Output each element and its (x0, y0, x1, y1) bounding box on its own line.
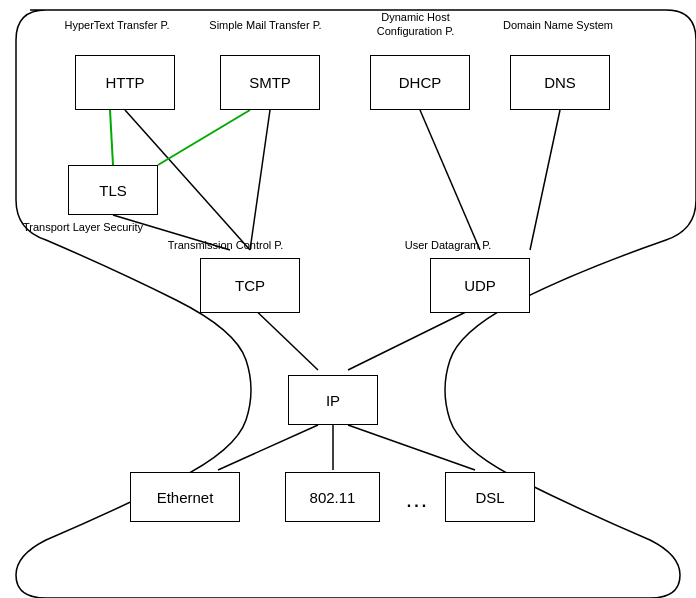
tls-label: TLS (99, 182, 127, 199)
dsl-box: DSL (445, 472, 535, 522)
svg-line-1 (110, 110, 113, 165)
dsl-label: DSL (475, 489, 504, 506)
dots-label: ... (398, 492, 438, 513)
udp-box: UDP (430, 258, 530, 313)
svg-line-9 (218, 425, 318, 470)
svg-line-5 (530, 110, 560, 250)
dhcp-fullname-label: Dynamic HostConfiguration P. (358, 10, 473, 39)
dns-label: DNS (544, 74, 576, 91)
dns-box: DNS (510, 55, 610, 110)
network-diagram: HyperText Transfer P. Simple Mail Transf… (0, 0, 696, 598)
wifi-label: 802.11 (310, 489, 356, 506)
tcp-box: TCP (200, 258, 300, 313)
dhcp-label: DHCP (399, 74, 442, 91)
udp-fullname-label: User Datagram P. (388, 238, 508, 252)
tcp-fullname-label: Transmission Control P. (158, 238, 293, 252)
smtp-fullname-label: Simple Mail Transfer P. (208, 18, 323, 32)
wifi-box: 802.11 (285, 472, 380, 522)
svg-line-2 (250, 110, 270, 250)
smtp-box: SMTP (220, 55, 320, 110)
svg-line-8 (348, 305, 480, 370)
http-box: HTTP (75, 55, 175, 110)
dhcp-box: DHCP (370, 55, 470, 110)
tls-box: TLS (68, 165, 158, 215)
tls-fullname-label: Transport Layer Security (18, 220, 148, 234)
smtp-label: SMTP (249, 74, 291, 91)
udp-label: UDP (464, 277, 496, 294)
http-label: HTTP (105, 74, 144, 91)
ip-box: IP (288, 375, 378, 425)
ethernet-box: Ethernet (130, 472, 240, 522)
tcp-label: TCP (235, 277, 265, 294)
ip-label: IP (326, 392, 340, 409)
ethernet-label: Ethernet (157, 489, 214, 506)
svg-line-3 (158, 110, 250, 165)
http-fullname-label: HyperText Transfer P. (62, 18, 172, 32)
dns-fullname-label: Domain Name System (498, 18, 618, 32)
svg-line-7 (250, 305, 318, 370)
svg-line-4 (420, 110, 480, 250)
